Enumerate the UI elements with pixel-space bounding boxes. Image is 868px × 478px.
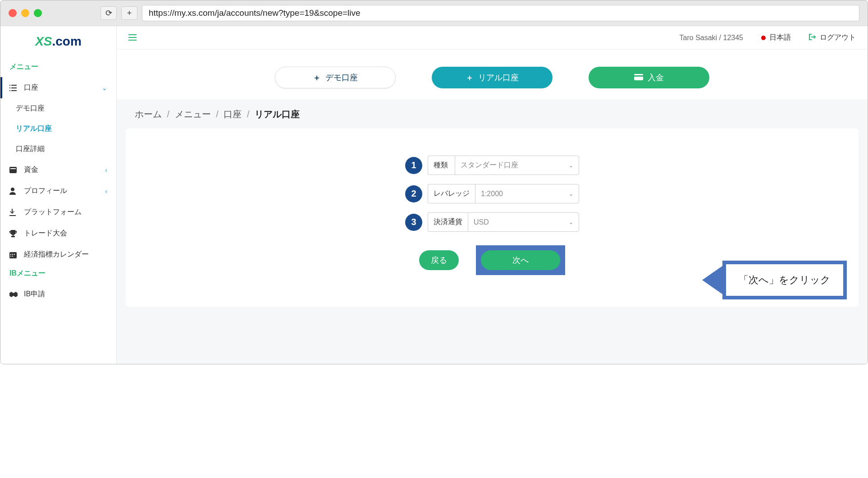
- back-button[interactable]: 戻る: [419, 250, 459, 270]
- form-row-leverage: 2 レバレッジ 1:2000 ⌄: [405, 184, 579, 203]
- demo-account-button[interactable]: ＋ デモ口座: [275, 67, 396, 88]
- new-tab-button[interactable]: +: [121, 6, 137, 20]
- sidebar-subitem-demo-account[interactable]: デモ口座: [0, 98, 116, 119]
- chevron-down-icon: ⌄: [102, 84, 107, 92]
- sidebar-item-label: プロフィール: [24, 186, 105, 196]
- wallet-icon: [9, 167, 19, 173]
- sidebar-item-trade-contest[interactable]: トレード大会: [0, 223, 116, 244]
- leverage-value: 1:2000: [481, 190, 503, 198]
- sidebar-item-label: IB申請: [24, 290, 107, 299]
- url-bar[interactable]: https://my.xs.com/ja/accounts/new?type=1…: [142, 5, 859, 21]
- sidebar-item-eco-calendar[interactable]: 経済指標カレンダー: [0, 244, 116, 265]
- calendar-icon: [9, 251, 19, 258]
- leverage-select[interactable]: 1:2000 ⌄: [475, 184, 579, 203]
- sidebar-item-label: 資金: [24, 165, 105, 175]
- chevron-left-icon: ‹: [105, 188, 107, 195]
- logout-button[interactable]: ログアウト: [809, 33, 856, 42]
- reload-button[interactable]: ⟳: [101, 6, 117, 20]
- minimize-dot[interactable]: [21, 9, 29, 17]
- type-value: スタンダード口座: [461, 161, 518, 170]
- callout-text: 「次へ」をクリック: [722, 261, 847, 299]
- japan-flag-icon: [761, 36, 766, 40]
- currency-select[interactable]: USD ⌄: [468, 212, 579, 232]
- breadcrumb-accounts[interactable]: 口座: [224, 109, 242, 119]
- type-select[interactable]: スタンダード口座 ⌄: [455, 156, 579, 175]
- sidebar-item-accounts[interactable]: 口座 ⌄: [0, 77, 116, 98]
- user-icon: [9, 188, 19, 195]
- leverage-label: レバレッジ: [428, 184, 475, 203]
- sidebar-item-label: トレード大会: [24, 229, 107, 238]
- svg-rect-10: [634, 75, 643, 77]
- plus-icon: ＋: [466, 72, 474, 83]
- deposit-label: 入金: [648, 72, 664, 83]
- svg-rect-5: [12, 254, 13, 255]
- ib-menu-section-title: IBメニュー: [0, 265, 116, 284]
- breadcrumb-separator: /: [167, 109, 170, 119]
- sidebar-item-ib-apply[interactable]: IB申請: [0, 284, 116, 305]
- breadcrumb: ホーム / メニュー / 口座 / リアル口座: [117, 99, 868, 129]
- breadcrumb-separator: /: [216, 109, 219, 119]
- form-card: 1 種類 スタンダード口座 ⌄ 2 レバレッジ: [126, 129, 859, 307]
- callout-arrow-icon: [702, 266, 723, 294]
- hamburger-icon[interactable]: [128, 32, 137, 43]
- maximize-dot[interactable]: [34, 9, 42, 17]
- demo-account-label: デモ口座: [325, 72, 358, 83]
- sidebar-item-platform[interactable]: プラットフォーム: [0, 202, 116, 223]
- step-badge-3: 3: [405, 214, 422, 231]
- form-row-currency: 3 決済通貨 USD ⌄: [405, 212, 579, 232]
- next-button[interactable]: 次へ: [481, 250, 560, 270]
- logout-icon: [809, 34, 816, 42]
- download-icon: [9, 209, 19, 216]
- sidebar-item-profile[interactable]: プロフィール ‹: [0, 180, 116, 202]
- sidebar-subitem-live-account[interactable]: リアル口座: [0, 119, 116, 139]
- svg-rect-7: [10, 256, 11, 257]
- handshake-icon: [9, 292, 19, 297]
- plus-icon: ＋: [313, 72, 321, 83]
- list-icon: [9, 85, 19, 91]
- step-badge-1: 1: [405, 157, 422, 174]
- logo: XS.com: [0, 34, 116, 59]
- menu-section-title: メニュー: [0, 59, 116, 77]
- svg-rect-1: [10, 168, 16, 169]
- chevron-down-icon: ⌄: [569, 191, 573, 197]
- breadcrumb-menu[interactable]: メニュー: [175, 109, 211, 119]
- breadcrumb-home[interactable]: ホーム: [135, 109, 162, 119]
- window-controls: [9, 9, 42, 17]
- sidebar-subitem-account-detail[interactable]: 口座詳細: [0, 139, 116, 159]
- chevron-down-icon: ⌄: [569, 219, 573, 225]
- sidebar-item-label: 口座: [24, 83, 102, 92]
- svg-rect-6: [14, 254, 15, 255]
- logout-label: ログアウト: [820, 33, 856, 42]
- language-selector[interactable]: 日本語: [761, 33, 791, 42]
- sidebar-item-funds[interactable]: 資金 ‹: [0, 159, 116, 180]
- step-badge-2: 2: [405, 185, 422, 202]
- currency-label: 決済通貨: [428, 212, 468, 232]
- language-label: 日本語: [769, 33, 791, 42]
- topbar: Taro Sasaki / 12345 日本語 ログアウト: [117, 26, 868, 50]
- logo-xs: XS: [35, 34, 52, 48]
- form-row-type: 1 種類 スタンダード口座 ⌄: [405, 156, 579, 175]
- currency-value: USD: [474, 218, 489, 226]
- next-button-highlight: 次へ: [476, 245, 565, 275]
- chevron-left-icon: ‹: [105, 166, 107, 174]
- svg-rect-3: [9, 252, 17, 258]
- svg-rect-9: [634, 74, 643, 80]
- live-account-button[interactable]: ＋ リアル口座: [432, 67, 553, 88]
- callout: 「次へ」をクリック: [702, 261, 847, 299]
- breadcrumb-separator: /: [247, 109, 250, 119]
- live-account-label: リアル口座: [478, 72, 519, 83]
- svg-rect-8: [12, 256, 13, 257]
- svg-rect-4: [10, 254, 11, 255]
- action-pill-row: ＋ デモ口座 ＋ リアル口座 入金: [117, 50, 868, 99]
- deposit-button[interactable]: 入金: [589, 67, 709, 88]
- chevron-down-icon: ⌄: [569, 162, 573, 169]
- main-area: Taro Sasaki / 12345 日本語 ログアウト ＋ デモ口座: [117, 26, 868, 364]
- close-dot[interactable]: [9, 9, 17, 17]
- breadcrumb-current: リアル口座: [255, 109, 300, 119]
- sidebar-item-label: プラットフォーム: [24, 207, 107, 217]
- topbar-user: Taro Sasaki / 12345: [680, 34, 743, 42]
- type-label: 種類: [428, 156, 455, 175]
- svg-rect-0: [9, 167, 17, 173]
- card-icon: [634, 73, 643, 83]
- sidebar: XS.com メニュー 口座 ⌄ デモ口座 リアル口座 口座詳細 資金 ‹: [0, 26, 117, 364]
